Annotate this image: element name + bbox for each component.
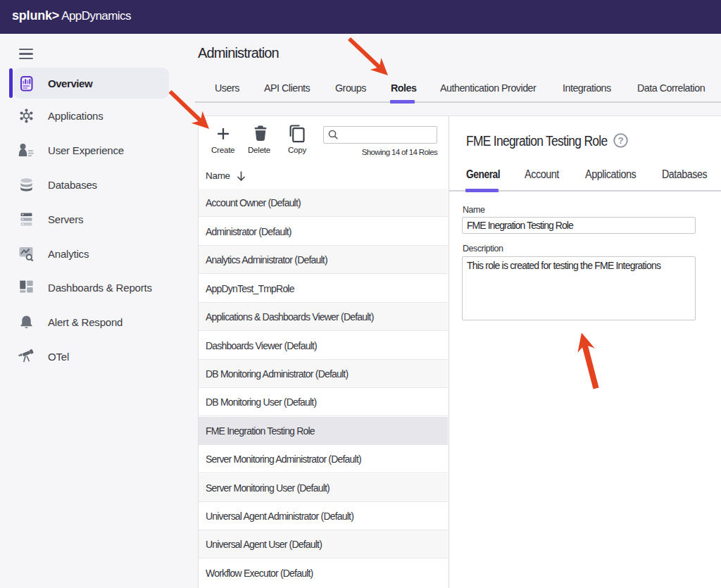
svg-text:?: ? <box>617 135 623 146</box>
